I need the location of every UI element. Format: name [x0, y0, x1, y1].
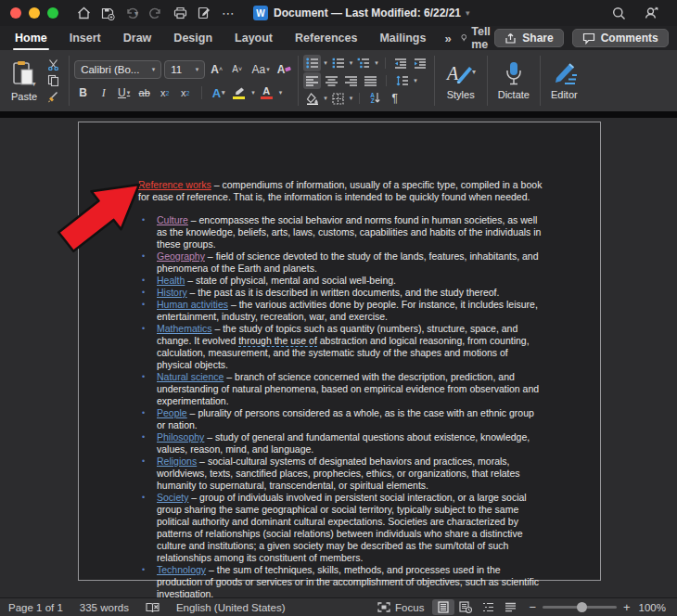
bullet-marker: •: [138, 299, 157, 323]
topic-link[interactable]: Geography: [157, 250, 205, 262]
web-layout-view-button[interactable]: [454, 599, 477, 615]
tab-design[interactable]: Design: [173, 32, 212, 45]
shading-caret[interactable]: ▾: [324, 95, 327, 102]
zoom-percentage[interactable]: 100%: [639, 602, 666, 613]
zoom-window-button[interactable]: [47, 7, 58, 19]
font-size-select[interactable]: 11▾: [164, 60, 205, 79]
shrink-font-button[interactable]: A˅: [228, 61, 246, 78]
grow-font-button[interactable]: A˄: [208, 61, 225, 78]
comments-button[interactable]: Comments: [572, 29, 669, 47]
font-color-caret[interactable]: ▾: [279, 89, 283, 96]
tab-draw[interactable]: Draw: [123, 32, 152, 45]
undo-icon[interactable]: ▾: [120, 3, 144, 23]
font-color-button[interactable]: A: [258, 84, 275, 101]
topic-link[interactable]: Mathematics: [157, 323, 212, 334]
redo-icon[interactable]: [144, 3, 168, 23]
subscript-button[interactable]: x2: [156, 84, 173, 101]
zoom-out-button[interactable]: −: [529, 600, 536, 614]
undo-dropdown-caret[interactable]: ▾: [134, 9, 138, 18]
topic-link[interactable]: Health: [157, 275, 185, 286]
draft-view-button[interactable]: [499, 599, 521, 615]
topic-link[interactable]: Philosophy: [157, 431, 204, 443]
zoom-slider[interactable]: [543, 606, 617, 609]
line-spacing-caret[interactable]: ▾: [414, 77, 417, 84]
minimize-window-button[interactable]: [29, 7, 40, 19]
zoom-slider-thumb[interactable]: [577, 602, 587, 612]
align-center-button[interactable]: [323, 72, 340, 89]
underline-button[interactable]: U▾: [115, 84, 133, 101]
topic-link[interactable]: History: [157, 287, 187, 298]
tell-me-button[interactable]: Tell me: [461, 25, 495, 51]
page-count[interactable]: Page 1 of 1: [8, 602, 63, 613]
increase-indent-button[interactable]: [412, 55, 429, 71]
tab-mailings[interactable]: Mailings: [379, 32, 426, 45]
language-selector[interactable]: English (United States): [176, 602, 286, 613]
cut-icon[interactable]: [45, 57, 62, 72]
tab-insert[interactable]: Insert: [70, 32, 101, 45]
borders-button[interactable]: [329, 90, 347, 107]
dictate-button[interactable]: Dictate: [492, 54, 535, 108]
multilevel-caret[interactable]: ▾: [375, 59, 378, 67]
search-icon[interactable]: [607, 3, 631, 23]
paste-button[interactable]: ▾ Paste: [6, 54, 43, 108]
title-dropdown-caret[interactable]: ▾: [466, 8, 470, 18]
change-case-button[interactable]: Aa▾: [249, 61, 273, 78]
bullets-button[interactable]: [303, 55, 321, 71]
print-icon[interactable]: [168, 3, 192, 23]
tab-home[interactable]: Home: [15, 32, 47, 45]
grammar-suggestion[interactable]: through the use of: [238, 335, 317, 347]
highlight-caret[interactable]: ▾: [251, 89, 255, 96]
document-title[interactable]: Document — Last Modified: 6/22/21: [274, 6, 461, 19]
home-icon[interactable]: [71, 3, 96, 23]
topic-link[interactable]: Technology: [157, 564, 206, 575]
word-count[interactable]: 335 words: [80, 602, 129, 613]
proofing-errors-icon[interactable]: [146, 602, 160, 613]
properties-icon[interactable]: [192, 3, 216, 23]
multilevel-list-button[interactable]: [354, 55, 372, 71]
topic-link[interactable]: Culture: [157, 214, 188, 225]
text-effects-button[interactable]: A▾: [210, 84, 227, 101]
presence-share-icon[interactable]: [640, 3, 664, 23]
copy-icon[interactable]: [45, 72, 62, 88]
tab-layout[interactable]: Layout: [235, 32, 273, 45]
reference-works-link[interactable]: Reference works: [138, 179, 211, 190]
bullets-caret[interactable]: ▾: [324, 59, 327, 67]
tab-references[interactable]: References: [295, 32, 357, 45]
share-button[interactable]: Share: [494, 29, 563, 47]
autosave-icon[interactable]: [96, 3, 120, 23]
shading-button[interactable]: [303, 90, 321, 107]
topic-link[interactable]: Human activities: [157, 299, 228, 310]
bold-button[interactable]: B: [74, 84, 92, 101]
strikethrough-button[interactable]: ab: [135, 84, 153, 101]
more-commands-icon[interactable]: ⋯: [216, 3, 240, 23]
print-layout-view-button[interactable]: [432, 599, 454, 615]
editor-button[interactable]: Editor: [545, 54, 583, 108]
zoom-in-button[interactable]: +: [623, 600, 631, 614]
focus-button[interactable]: Focus: [377, 602, 424, 613]
line-spacing-button[interactable]: [393, 72, 411, 89]
superscript-button[interactable]: x2: [176, 84, 194, 101]
font-name-select[interactable]: Calibri (Bo...▾: [74, 60, 161, 79]
italic-button[interactable]: I: [95, 84, 112, 101]
topic-link[interactable]: Natural science: [157, 371, 224, 382]
numbering-caret[interactable]: ▾: [350, 59, 353, 67]
format-painter-icon[interactable]: [45, 89, 62, 105]
borders-caret[interactable]: ▾: [350, 95, 353, 102]
topic-link[interactable]: Society: [157, 492, 188, 503]
outline-view-button[interactable]: [477, 599, 499, 615]
styles-button[interactable]: A ▾ Styles: [440, 54, 482, 108]
numbering-button[interactable]: [329, 55, 347, 71]
align-right-button[interactable]: [342, 72, 360, 89]
decrease-indent-button[interactable]: [392, 55, 410, 71]
clear-formatting-button[interactable]: A: [275, 61, 293, 78]
topic-link[interactable]: People: [157, 407, 187, 418]
show-paragraph-marks-button[interactable]: ¶: [386, 90, 403, 107]
document-page[interactable]: Reference works – compendiums of informa…: [78, 122, 601, 581]
tab-overflow-chevrons[interactable]: »: [444, 32, 451, 45]
close-window-button[interactable]: [10, 7, 21, 19]
justify-button[interactable]: [362, 72, 379, 89]
topic-link[interactable]: Religions: [157, 456, 197, 467]
sort-button[interactable]: AZ: [366, 90, 384, 107]
highlight-color-button[interactable]: [230, 84, 248, 101]
align-left-button[interactable]: [303, 72, 321, 89]
